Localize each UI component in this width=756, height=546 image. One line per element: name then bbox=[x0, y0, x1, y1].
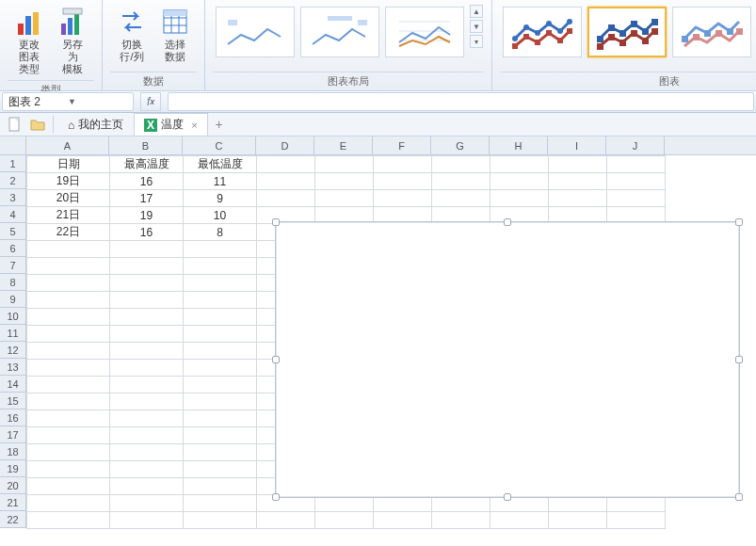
cell[interactable] bbox=[27, 444, 110, 461]
open-folder-icon[interactable] bbox=[29, 116, 46, 133]
cell[interactable]: 21日 bbox=[27, 207, 110, 224]
cell[interactable] bbox=[491, 512, 549, 529]
cell[interactable] bbox=[184, 427, 257, 444]
cell[interactable] bbox=[549, 190, 607, 207]
row-header[interactable]: 10 bbox=[0, 308, 25, 325]
cell[interactable] bbox=[184, 360, 257, 377]
row-header[interactable]: 14 bbox=[0, 376, 25, 393]
column-header[interactable]: D bbox=[256, 136, 314, 154]
cell[interactable] bbox=[27, 393, 110, 410]
cell[interactable]: 19 bbox=[110, 207, 184, 224]
resize-handle[interactable] bbox=[272, 218, 280, 226]
cell[interactable] bbox=[315, 512, 374, 529]
cell[interactable] bbox=[607, 190, 666, 207]
cell[interactable] bbox=[549, 156, 607, 173]
column-header[interactable]: G bbox=[431, 136, 490, 154]
cell[interactable] bbox=[27, 377, 110, 393]
row-header[interactable]: 1 bbox=[0, 155, 25, 172]
cell[interactable] bbox=[257, 512, 315, 529]
resize-handle[interactable] bbox=[735, 218, 743, 226]
cell[interactable] bbox=[110, 393, 184, 410]
column-header[interactable]: A bbox=[26, 136, 109, 154]
resize-handle[interactable] bbox=[272, 356, 280, 363]
cell[interactable] bbox=[27, 309, 110, 326]
row-header[interactable]: 8 bbox=[0, 274, 25, 291]
row-header[interactable]: 4 bbox=[0, 206, 25, 223]
cell[interactable] bbox=[184, 258, 257, 275]
cell[interactable] bbox=[549, 173, 607, 190]
change-chart-type-button[interactable]: 更改图表类型 bbox=[8, 4, 51, 78]
cell[interactable] bbox=[184, 393, 257, 410]
cell[interactable] bbox=[184, 343, 257, 360]
cell[interactable] bbox=[374, 173, 432, 190]
row-header[interactable]: 12 bbox=[0, 342, 25, 359]
resize-handle[interactable] bbox=[504, 493, 511, 501]
name-box[interactable]: 图表 2 ▼ bbox=[2, 92, 134, 111]
row-header[interactable]: 2 bbox=[0, 172, 25, 189]
cell[interactable] bbox=[315, 173, 374, 190]
cell[interactable] bbox=[432, 512, 491, 529]
row-header[interactable]: 17 bbox=[0, 426, 25, 443]
row-header[interactable]: 11 bbox=[0, 325, 25, 342]
new-doc-icon[interactable] bbox=[7, 116, 24, 133]
cell[interactable]: 10 bbox=[184, 207, 257, 224]
switch-row-col-button[interactable]: 切换行/列 bbox=[110, 4, 153, 66]
row-header[interactable]: 9 bbox=[0, 291, 25, 308]
style-thumb-3[interactable] bbox=[672, 7, 751, 57]
cell[interactable] bbox=[110, 495, 184, 512]
cell[interactable] bbox=[27, 258, 110, 275]
select-data-button[interactable]: 选择数据 bbox=[153, 4, 197, 66]
column-header[interactable]: H bbox=[490, 136, 548, 154]
resize-handle[interactable] bbox=[504, 218, 511, 226]
row-header[interactable]: 21 bbox=[0, 494, 25, 511]
row-header[interactable]: 6 bbox=[0, 240, 25, 257]
cell[interactable] bbox=[27, 292, 110, 309]
cell[interactable] bbox=[315, 156, 374, 173]
cell[interactable] bbox=[27, 275, 110, 292]
cell[interactable] bbox=[110, 360, 184, 377]
add-tab-icon[interactable]: + bbox=[211, 116, 228, 133]
cell[interactable] bbox=[27, 461, 110, 478]
cell[interactable] bbox=[110, 410, 184, 427]
cells-area[interactable]: 日期最高温度最低温度19日161120日17921日191022日168 bbox=[26, 155, 756, 546]
cell[interactable] bbox=[184, 444, 257, 461]
cell[interactable] bbox=[110, 258, 184, 275]
cell[interactable] bbox=[27, 410, 110, 427]
cell[interactable] bbox=[110, 427, 184, 444]
row-header[interactable]: 13 bbox=[0, 359, 25, 376]
gallery-down-button[interactable]: ▼ bbox=[470, 20, 483, 33]
cell[interactable] bbox=[607, 512, 666, 529]
cell[interactable]: 16 bbox=[110, 173, 184, 190]
cell[interactable] bbox=[374, 156, 432, 173]
layout-thumb-1[interactable] bbox=[216, 7, 295, 57]
column-header[interactable]: B bbox=[109, 136, 183, 154]
row-header[interactable]: 16 bbox=[0, 410, 25, 426]
cell[interactable] bbox=[184, 377, 257, 393]
cell[interactable] bbox=[315, 190, 374, 207]
cell[interactable] bbox=[110, 309, 184, 326]
cell[interactable] bbox=[110, 275, 184, 292]
cell[interactable] bbox=[184, 461, 257, 478]
cell[interactable] bbox=[184, 512, 257, 529]
cell[interactable]: 最高温度 bbox=[110, 156, 184, 173]
cell[interactable] bbox=[110, 292, 184, 309]
cell[interactable] bbox=[110, 326, 184, 343]
cell[interactable] bbox=[257, 190, 315, 207]
cell[interactable] bbox=[374, 190, 432, 207]
row-header[interactable]: 22 bbox=[0, 511, 25, 528]
cell[interactable] bbox=[184, 410, 257, 427]
cell[interactable] bbox=[491, 190, 549, 207]
save-as-template-button[interactable]: 另存为模板 bbox=[51, 4, 94, 78]
cell[interactable] bbox=[491, 173, 549, 190]
layout-thumb-2[interactable] bbox=[300, 7, 379, 57]
row-header[interactable]: 3 bbox=[0, 189, 25, 206]
resize-handle[interactable] bbox=[735, 493, 743, 501]
row-header[interactable]: 19 bbox=[0, 460, 25, 477]
cell[interactable] bbox=[110, 512, 184, 529]
cell[interactable] bbox=[257, 173, 315, 190]
chevron-down-icon[interactable]: ▼ bbox=[68, 97, 127, 106]
cell[interactable] bbox=[27, 512, 110, 529]
cell[interactable] bbox=[110, 377, 184, 393]
cell[interactable] bbox=[27, 241, 110, 258]
cell[interactable] bbox=[110, 444, 184, 461]
